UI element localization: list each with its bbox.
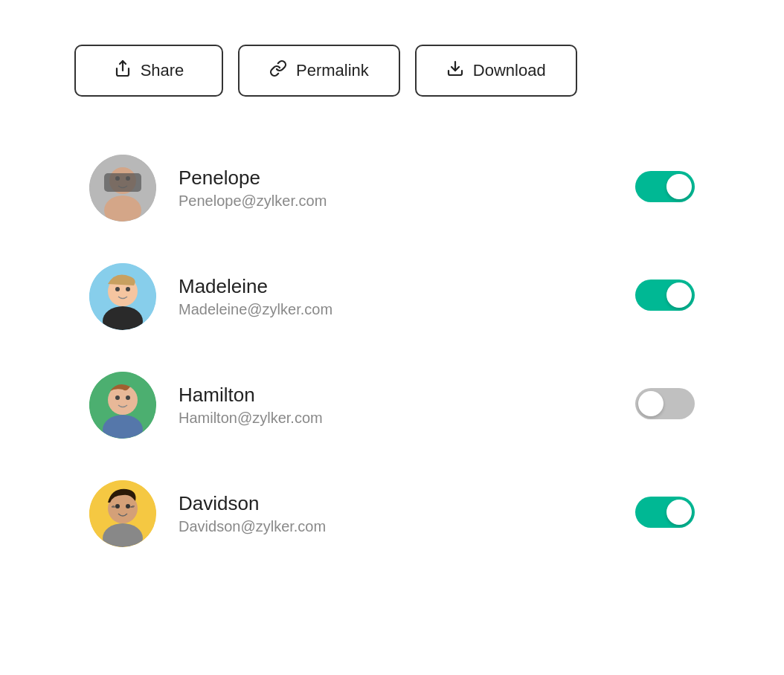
- toggle-track-davidson[interactable]: [635, 497, 695, 528]
- toggle-hamilton[interactable]: [635, 388, 695, 419]
- user-item-madeleine: Madeleine Madeleine@zylker.com: [60, 242, 724, 351]
- svg-point-17: [126, 395, 130, 400]
- user-email-madeleine: Madeleine@zylker.com: [179, 301, 613, 318]
- user-name-davidson: Davidson: [179, 492, 613, 515]
- user-email-penelope: Penelope@zylker.com: [179, 193, 613, 210]
- svg-point-16: [115, 395, 120, 400]
- avatar-hamilton: [89, 372, 156, 439]
- user-name-madeleine: Madeleine: [179, 275, 613, 298]
- user-info-madeleine: Madeleine Madeleine@zylker.com: [179, 275, 613, 318]
- user-email-hamilton: Hamilton@zylker.com: [179, 410, 613, 427]
- svg-point-22: [126, 504, 130, 508]
- svg-point-12: [126, 287, 130, 291]
- user-item-hamilton: Hamilton Hamilton@zylker.com: [60, 351, 724, 459]
- toggle-madeleine[interactable]: [635, 280, 695, 311]
- toggle-thumb-madeleine: [666, 282, 692, 308]
- user-info-davidson: Davidson Davidson@zylker.com: [179, 492, 613, 535]
- permalink-label: Permalink: [296, 61, 369, 80]
- share-icon: [114, 59, 132, 82]
- user-info-penelope: Penelope Penelope@zylker.com: [179, 167, 613, 210]
- toggle-track-madeleine[interactable]: [635, 280, 695, 311]
- user-list: Penelope Penelope@zylker.com Madeleine M…: [60, 134, 724, 568]
- avatar-penelope: [89, 155, 156, 222]
- toggle-thumb-hamilton: [638, 391, 663, 416]
- toggle-penelope[interactable]: [635, 171, 695, 202]
- download-button[interactable]: Download: [415, 45, 577, 97]
- download-icon: [446, 59, 464, 82]
- toggle-davidson[interactable]: [635, 497, 695, 528]
- user-info-hamilton: Hamilton Hamilton@zylker.com: [179, 384, 613, 427]
- toggle-thumb-penelope: [666, 174, 692, 199]
- toggle-wrapper-hamilton[interactable]: [635, 388, 695, 422]
- toggle-wrapper-davidson[interactable]: [635, 497, 695, 531]
- svg-rect-7: [104, 173, 141, 192]
- user-item-davidson: Davidson Davidson@zylker.com: [60, 459, 724, 568]
- toggle-track-penelope[interactable]: [635, 171, 695, 202]
- user-name-hamilton: Hamilton: [179, 384, 613, 407]
- svg-point-21: [115, 504, 120, 508]
- user-name-penelope: Penelope: [179, 167, 613, 190]
- svg-point-11: [115, 287, 120, 291]
- toolbar: Share Permalink Download: [74, 45, 577, 97]
- toggle-track-hamilton[interactable]: [635, 388, 695, 419]
- toggle-thumb-davidson: [666, 500, 692, 525]
- share-label: Share: [141, 61, 184, 80]
- toggle-wrapper-madeleine[interactable]: [635, 280, 695, 314]
- user-item-penelope: Penelope Penelope@zylker.com: [60, 134, 724, 242]
- share-button[interactable]: Share: [74, 45, 223, 97]
- download-label: Download: [473, 61, 546, 80]
- permalink-icon: [269, 59, 287, 82]
- avatar-davidson: [89, 480, 156, 547]
- toggle-wrapper-penelope[interactable]: [635, 171, 695, 205]
- user-email-davidson: Davidson@zylker.com: [179, 518, 613, 535]
- avatar-madeleine: [89, 263, 156, 330]
- permalink-button[interactable]: Permalink: [238, 45, 400, 97]
